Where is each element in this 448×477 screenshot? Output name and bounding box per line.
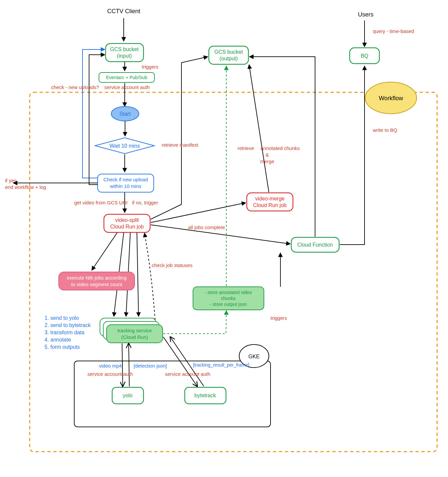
svg-text:execute Nth jobs according: execute Nth jobs according (67, 275, 127, 281)
svg-text:GCS bucket: GCS bucket (214, 49, 243, 55)
node-gcs-output: GCS bucket (output) (209, 46, 248, 64)
node-wait-10-mins: Wait 10 mins (95, 138, 154, 154)
ann-check-job-statuses: check job statuses (152, 262, 192, 268)
node-bq: BQ (350, 48, 379, 64)
svg-text:4. annotate: 4. annotate (45, 337, 71, 343)
svg-text:5. form outputs: 5. form outputs (45, 344, 80, 350)
svg-text:Eventarc + Pub/Sub: Eventarc + Pub/Sub (106, 75, 147, 80)
svg-text:- store annotated video: - store annotated video (205, 290, 252, 295)
svg-text:tracking service: tracking service (117, 328, 152, 333)
svg-text:(output): (output) (219, 56, 238, 61)
node-bytetrack: bytetrack (185, 387, 226, 404)
ann-retrieve-annotated-amp: & (266, 152, 269, 158)
svg-text:within 10 mins: within 10 mins (110, 183, 141, 189)
node-yolo: yolo (112, 387, 144, 404)
svg-text:Cloud Run job: Cloud Run job (110, 224, 144, 229)
ann-if-yes-l1: if yes, (5, 178, 18, 183)
node-store-chunks: - store annotated video chunks - store o… (193, 287, 264, 310)
gke-container (74, 361, 271, 427)
svg-text:bytetrack: bytetrack (195, 393, 216, 398)
ann-if-yes-l2: end workflow + log (5, 184, 46, 190)
architecture-diagram: Workflow CCTV Client GCS bucket (input) … (0, 0, 448, 477)
ann-check-new-uploads: check - new uploads? (51, 84, 99, 90)
svg-text:yolo: yolo (123, 393, 132, 398)
svg-text:chunks: chunks (221, 296, 236, 301)
node-cloud-function: Cloud Function (291, 237, 339, 252)
svg-text:Cloud Function: Cloud Function (297, 242, 333, 248)
svg-text:- store output json: - store output json (210, 302, 247, 307)
node-start: Start (111, 106, 139, 121)
ann-query-time-based: query - time-based (373, 28, 414, 34)
svg-text:to video segment count: to video segment count (71, 282, 122, 287)
svg-text:Start: Start (119, 111, 131, 117)
svg-text:1. send to yolo: 1. send to yolo (45, 315, 79, 321)
node-check-upload: Check if new upload within 10 mins (98, 174, 154, 192)
svg-text:(input): (input) (117, 53, 132, 59)
arrow-split-fan-1 (92, 233, 117, 270)
gke-label: GKE (248, 354, 260, 359)
cctv-client-label: CCTV Client (107, 8, 140, 15)
ann-tracking-result: [tracking_result_per_frame] (193, 362, 249, 368)
svg-text:Check if new upload: Check if new upload (103, 177, 148, 182)
arrow-split-fan-4 (137, 233, 139, 316)
arrow-merge-to-gcs-output (249, 65, 269, 192)
svg-text:3. transform data: 3. transform data (45, 330, 84, 335)
ann-detection-json: [detection json] (134, 363, 167, 369)
ann-all-jobs-complete: all jobs complete (188, 224, 225, 230)
arrow-check-job-statuses (144, 233, 155, 320)
steps-list: 1. send to yolo 2. send to bytetrack 3. … (45, 315, 91, 350)
users-label: Users (358, 11, 373, 18)
workflow-label: Workflow (379, 95, 403, 102)
svg-text:Cloud Run job: Cloud Run job (253, 202, 287, 208)
node-video-merge: video-merge Cloud Run job (247, 193, 293, 211)
svg-text:video-merge: video-merge (255, 196, 285, 201)
arrow-tracking-to-store (163, 311, 226, 334)
svg-text:2. send to bytetrack: 2. send to bytetrack (45, 322, 91, 328)
ann-svc-acct-right: service account auth (165, 371, 210, 377)
ann-retrieve-annotated-l2: annotated chunks (261, 145, 300, 151)
node-eventarc: Eventarc + Pub/Sub (99, 73, 154, 82)
ann-retrieve-annotated-l1: retrieve (238, 145, 254, 151)
svg-text:(Cloud Run): (Cloud Run) (121, 334, 148, 340)
svg-text:GCS bucket: GCS bucket (110, 46, 139, 52)
ann-get-video: get video from GCS URI (74, 200, 128, 205)
svg-text:Wait 10 mins: Wait 10 mins (110, 143, 140, 149)
node-gcs-input: GCS bucket (input) (106, 44, 144, 62)
node-video-split: video-split Cloud Run job (104, 214, 150, 232)
ann-triggers-right: triggers (271, 315, 287, 321)
arrow-check-loop-blue (82, 49, 105, 178)
ann-retrieve-annotated-merge: merge (260, 159, 274, 164)
ann-video-mp4: video mp4 (99, 363, 122, 369)
ann-svc-acct-left: service account auth (87, 371, 133, 377)
ann-triggers-top: triggers (142, 64, 158, 70)
ann-if-no-trigger: if no, trigger (132, 200, 158, 205)
ann-retrieve-manifest: retrieve manifest (162, 142, 199, 148)
svg-text:BQ: BQ (361, 53, 368, 59)
ann-service-account-auth-top: service account auth (104, 84, 150, 90)
arrow-split-to-gcs-output (151, 57, 208, 219)
node-tracking-service: tracking service (Cloud Run) (100, 318, 163, 343)
node-execute-nth: execute Nth jobs according to video segm… (59, 272, 135, 290)
svg-text:video-split: video-split (115, 217, 139, 223)
ann-write-to-bq: write to BQ (372, 127, 397, 133)
